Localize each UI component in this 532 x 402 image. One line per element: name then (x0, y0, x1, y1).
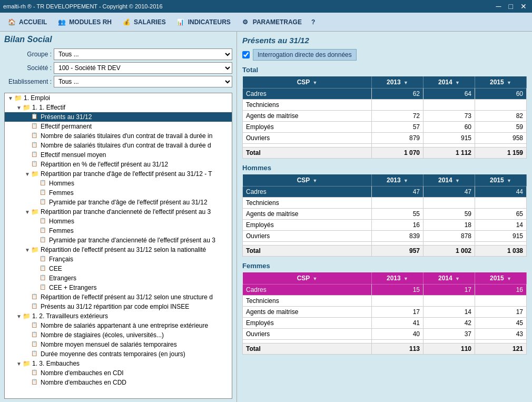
total-col-2013: 2013 ▼ (372, 76, 423, 89)
cell-2013: 72 (372, 111, 423, 122)
tree-item-19[interactable]: 📋CEE (5, 264, 232, 273)
hommes-title: Hommes (242, 164, 527, 172)
tree-item-29[interactable]: ▼📁1. 3. Embauches (5, 359, 232, 368)
femmes-section: Femmes CSP ▼ 2013 ▼ 2014 ▼ 2015 ▼ Cadres… (242, 262, 527, 355)
tree-container[interactable]: ▼📁1. Emploi▼📁1. 1. Effectif 📋Présents au… (4, 93, 232, 399)
total-col-2014: 2014 ▼ (423, 76, 475, 89)
hommes-col-csp: CSP ▼ (243, 174, 372, 187)
checkbox-row: Interrogation directe des données (242, 49, 527, 61)
tree-label: Nombre de salariés titulaires d'un contr… (41, 142, 211, 149)
menu-salaries[interactable]: 💰 SALARIES (117, 15, 170, 30)
tree-item-16[interactable]: 📋Pyramide par tranche d'ancienneté de l'… (5, 236, 232, 245)
cell-2013: 957 (372, 246, 423, 257)
tree-item-15[interactable]: 📋Femmes (5, 226, 232, 236)
tree-item-14[interactable]: 📋Hommes (5, 217, 232, 226)
tree-item-6[interactable]: 📋Nombre de salariés titulaires d'un cont… (5, 141, 232, 150)
menu-help[interactable]: ? (307, 16, 319, 28)
tree-item-4[interactable]: 📋Effectif permanent (5, 122, 232, 131)
cell-csp: Employés (243, 220, 372, 231)
menu-parametrage[interactable]: ⚙ PARAMETRAGE (236, 15, 306, 30)
tree-label: Femmes (49, 189, 74, 197)
cell-2014: 915 (423, 133, 475, 144)
tree-item-23[interactable]: 📋Présents au 31/12 répartition par code … (5, 302, 232, 311)
cell-2013: 17 (372, 307, 423, 318)
maximize-button[interactable]: □ (507, 2, 515, 11)
tree-label: Nombre de stagiaires (écoles, université… (41, 331, 164, 339)
cell-2015: 14 (475, 220, 527, 231)
tree-toggle[interactable]: ▼ (16, 105, 23, 111)
cell-csp: Agents de maitrise (243, 111, 372, 122)
folder-icon: 📁 (14, 94, 23, 102)
tree-item-20[interactable]: 📋Etrangers (5, 273, 232, 283)
cell-2015 (475, 296, 527, 307)
menu-accueil[interactable]: 🏠 ACCUEIL (2, 15, 51, 30)
leaf-icon: 📋 (31, 350, 40, 358)
tree-item-18[interactable]: 📋Français (5, 254, 232, 264)
cell-2015: 65 (475, 209, 527, 220)
cell-2015: 121 (475, 344, 527, 355)
societe-select[interactable]: 100 - Société TR DEV (54, 62, 232, 74)
femmes-col-2015: 2015 ▼ (475, 272, 527, 285)
leaf-icon: 📋 (40, 199, 48, 206)
cell-2013 (372, 144, 423, 148)
tree-item-13[interactable]: ▼📁Répartition par tranche d'ancienneté d… (5, 207, 232, 217)
tree-item-30[interactable]: 📋Nombre d'embauches en CDI (5, 368, 232, 378)
tree-item-31[interactable]: 📋Nombre d'embauches en CDD (5, 378, 232, 387)
close-button[interactable]: ✕ (518, 2, 529, 11)
tree-item-25[interactable]: 📋Nombre de salariés appartenant à une en… (5, 321, 232, 330)
cell-2014: 59 (423, 209, 475, 220)
tree-item-22[interactable]: 📋Répartition de l'effectif présent au 31… (5, 292, 232, 302)
tree-item-10[interactable]: 📋Hommes (5, 179, 232, 188)
tree-item-26[interactable]: 📋Nombre de stagiaires (écoles, universit… (5, 330, 232, 340)
menu-modules-rh[interactable]: 👥 MODULES RH (52, 15, 116, 30)
tree-item-5[interactable]: 📋Nombre de salariés titulaires d'un cont… (5, 131, 232, 141)
tree-toggle[interactable]: ▼ (25, 209, 31, 215)
cell-2015: 60 (475, 89, 527, 100)
cell-2014 (423, 198, 475, 209)
tree-item-24[interactable]: ▼📁1. 2. Travailleurs extérieurs (5, 311, 232, 321)
accueil-icon: 🏠 (6, 17, 17, 27)
femmes-col-csp: CSP ▼ (243, 272, 372, 285)
tree-item-11[interactable]: 📋Femmes (5, 188, 232, 198)
cell-csp (243, 144, 372, 148)
tree-toggle[interactable]: ▼ (25, 247, 31, 253)
tree-item-3[interactable]: 📋Présents au 31/12 (5, 112, 232, 122)
hommes-section: Hommes CSP ▼ 2013 ▼ 2014 ▼ 2015 ▼ Cadres… (242, 164, 527, 257)
tree-toggle[interactable]: ▼ (8, 95, 14, 101)
folder-icon: 📁 (31, 208, 40, 215)
leaf-icon: 📋 (40, 180, 48, 187)
cell-2015 (475, 242, 527, 246)
leaf-icon: 📋 (31, 113, 40, 121)
cell-2013: 47 (372, 187, 423, 198)
right-panel: Présents au 31/12 Interrogation directe … (237, 32, 532, 402)
tree-item-27[interactable]: 📋Nombre moyen mensuel de salariés tempor… (5, 340, 232, 349)
tree-item-9[interactable]: ▼📁Répartition par tranche d'âge de l'eff… (5, 169, 232, 179)
tree-item-21[interactable]: 📋CEE + Etrangers (5, 283, 232, 292)
tree-item-8[interactable]: 📋Répartition en % de l'effectif présent … (5, 160, 232, 169)
menu-accueil-label: ACCUEIL (19, 18, 47, 26)
tree-item-1[interactable]: ▼📁1. Emploi (5, 93, 232, 103)
etablissement-select[interactable]: Tous ... (54, 76, 232, 87)
cell-csp: Techniciens (243, 100, 372, 111)
folder-icon: 📁 (23, 360, 31, 367)
tree-toggle[interactable]: ▼ (25, 171, 31, 177)
total-col-2015: 2015 ▼ (475, 76, 527, 89)
cell-2015 (475, 144, 527, 148)
cell-2014 (423, 144, 475, 148)
interrogation-checkbox[interactable] (242, 51, 250, 58)
menu-indicateurs[interactable]: 📊 INDICATEURS (171, 15, 235, 30)
tree-label: 1. 3. Embauches (32, 360, 80, 367)
tree-item-2[interactable]: ▼📁1. 1. Effectif (5, 103, 232, 112)
cell-2015: 44 (475, 187, 527, 198)
minimize-button[interactable]: ─ (494, 2, 504, 11)
cell-2013: 1 070 (372, 148, 423, 159)
tree-item-12[interactable]: 📋Pyramide par tranche d'âge de l'effecti… (5, 198, 232, 207)
tree-item-28[interactable]: 📋Durée moyenne des contrats temporaires … (5, 349, 232, 359)
tree-item-17[interactable]: ▼📁Répartition de l'effectif présent au 3… (5, 245, 232, 254)
tree-item-7[interactable]: 📋Effectif mensuel moyen (5, 150, 232, 160)
cell-2014 (423, 100, 475, 111)
groupe-select[interactable]: Tous ... (54, 48, 232, 60)
tree-toggle[interactable]: ▼ (16, 361, 23, 367)
tree-label: Pyramide par tranche d'âge de l'effectif… (49, 199, 208, 206)
tree-toggle[interactable]: ▼ (16, 313, 23, 319)
